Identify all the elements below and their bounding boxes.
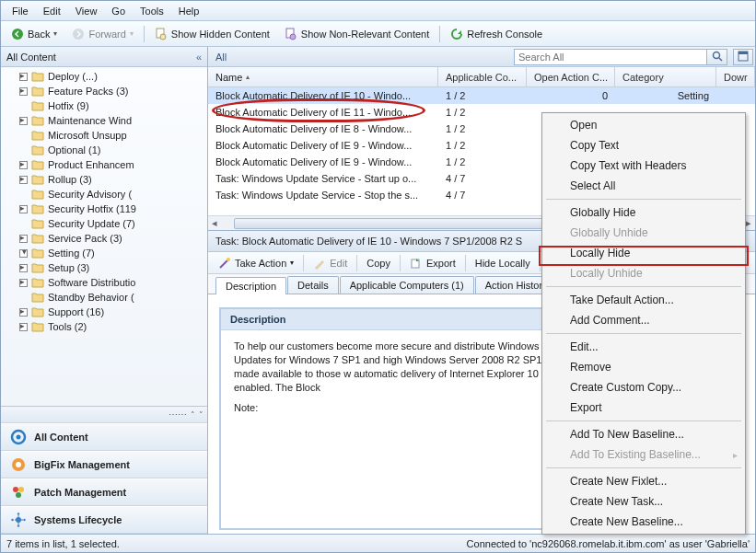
col-download[interactable]: Dowr xyxy=(716,67,755,86)
ctx-create-new-fixlet[interactable]: Create New Fixlet... xyxy=(544,471,743,491)
menu-file[interactable]: File xyxy=(5,4,36,18)
expander-icon[interactable] xyxy=(19,161,28,169)
nav-patch[interactable]: Patch Management xyxy=(1,478,207,506)
tree-node[interactable]: Feature Packs (3) xyxy=(5,84,207,98)
dots-icon[interactable]: ⋯⋯ xyxy=(169,409,187,420)
ctx-globally-hide[interactable]: Globally Hide xyxy=(544,202,743,223)
tree-node[interactable]: Security Update (7) xyxy=(5,216,207,231)
expander-icon[interactable] xyxy=(19,294,28,302)
expander-icon[interactable] xyxy=(19,220,28,228)
expander-icon[interactable] xyxy=(19,132,28,140)
ctx-add-comment[interactable]: Add Comment... xyxy=(544,310,743,330)
expander-icon[interactable] xyxy=(19,146,28,155)
tree-node[interactable]: Hotfix (9) xyxy=(5,98,207,113)
nav-bigfix[interactable]: BigFix Management xyxy=(1,451,207,478)
col-applicable[interactable]: Applicable Co... xyxy=(438,67,527,86)
expander-icon[interactable] xyxy=(19,176,28,184)
take-action-button[interactable]: Take Action ▾ xyxy=(212,255,300,271)
forward-button[interactable]: Forward ▾ xyxy=(65,25,139,43)
cell-applicable: 1 / 2 xyxy=(438,140,527,151)
tab-details[interactable]: Details xyxy=(287,276,339,294)
tree-node[interactable]: Maintenance Wind xyxy=(5,113,207,128)
expander-icon[interactable] xyxy=(19,249,28,258)
maximize-pane-button[interactable] xyxy=(733,49,753,65)
expander-icon[interactable] xyxy=(19,205,28,213)
expander-icon[interactable] xyxy=(19,117,28,125)
scroll-left-icon[interactable]: ◂ xyxy=(208,217,221,230)
ctx-copy-text-with-headers[interactable]: Copy Text with Headers xyxy=(544,156,743,176)
expander-icon[interactable] xyxy=(19,308,28,317)
ctx-take-default-action[interactable]: Take Default Action... xyxy=(544,290,743,310)
folder-icon xyxy=(31,261,44,274)
tree-label: Deploy (...) xyxy=(48,71,98,82)
nav-all[interactable]: All Content xyxy=(1,423,207,451)
expander-icon[interactable] xyxy=(19,73,28,81)
tree-node[interactable]: Software Distributio xyxy=(5,275,207,290)
expander-icon[interactable] xyxy=(19,235,28,243)
cell-applicable: 4 / 7 xyxy=(438,190,527,201)
ctx-copy-text[interactable]: Copy Text xyxy=(544,135,743,156)
expander-icon[interactable] xyxy=(19,190,28,199)
tree-node[interactable]: Product Enhancem xyxy=(5,157,207,172)
menu-help[interactable]: Help xyxy=(171,4,207,18)
nav-lifecy[interactable]: Systems Lifecycle xyxy=(1,506,207,534)
expander-icon[interactable] xyxy=(19,102,28,110)
edit-button[interactable]: Edit xyxy=(307,255,354,271)
menu-tools[interactable]: Tools xyxy=(133,4,171,18)
all-icon xyxy=(10,429,27,445)
export-button[interactable]: Export xyxy=(403,255,462,271)
show-hidden-button[interactable]: Show Hidden Content xyxy=(148,25,276,43)
menu-go[interactable]: Go xyxy=(104,4,133,18)
expander-icon[interactable] xyxy=(19,264,28,272)
ctx-remove[interactable]: Remove xyxy=(544,357,743,377)
export-icon xyxy=(410,257,423,270)
ctx-select-all[interactable]: Select All xyxy=(544,176,743,196)
nav-label: All Content xyxy=(34,432,88,443)
search-input[interactable] xyxy=(514,49,707,65)
col-category[interactable]: Category xyxy=(615,67,716,86)
tree-node[interactable]: Deploy (...) xyxy=(5,69,207,84)
tree-node[interactable]: Optional (1) xyxy=(5,143,207,157)
col-open-action[interactable]: Open Action C... xyxy=(527,67,615,86)
menu-view[interactable]: View xyxy=(68,4,105,18)
search-button[interactable] xyxy=(707,49,727,65)
ctx-create-new-baseline[interactable]: Create New Baseline... xyxy=(544,512,743,532)
tab-applicable-computers[interactable]: Applicable Computers (1) xyxy=(340,276,474,294)
hide-locally-button[interactable]: Hide Locally xyxy=(469,256,537,271)
tree-node[interactable]: Tools (2) xyxy=(5,319,207,334)
menu-edit[interactable]: Edit xyxy=(36,4,68,18)
tree-node[interactable]: Security Hotfix (119 xyxy=(5,202,207,216)
table-row[interactable]: Block Automatic Delivery of IE 10 - Wind… xyxy=(208,87,755,104)
col-name[interactable]: Name▴ xyxy=(208,67,438,86)
ctx-open[interactable]: Open xyxy=(544,115,743,135)
tree-node[interactable]: Standby Behavior ( xyxy=(5,290,207,305)
tree-node[interactable]: Support (16) xyxy=(5,305,207,319)
tab-description[interactable]: Description xyxy=(215,277,286,294)
collapse-icon[interactable]: « xyxy=(196,52,202,63)
tree-node[interactable]: Security Advisory ( xyxy=(5,187,207,202)
tree-node[interactable]: Microsoft Unsupp xyxy=(5,128,207,143)
tree-node[interactable]: Setting (7) xyxy=(5,246,207,260)
chevron-down-icon[interactable]: ˅ xyxy=(199,410,204,420)
ctx-add-to-new-baseline[interactable]: Add To New Baseline... xyxy=(544,424,743,444)
context-menu[interactable]: OpenCopy TextCopy Text with HeadersSelec… xyxy=(541,112,746,535)
tree-node[interactable]: Service Pack (3) xyxy=(5,231,207,246)
ctx-edit[interactable]: Edit... xyxy=(544,337,743,357)
expander-icon[interactable] xyxy=(19,87,28,96)
folder-icon xyxy=(31,99,44,112)
cell-name: Block Automatic Delivery of IE 11 - Wind… xyxy=(208,107,438,118)
tree[interactable]: Deploy (...)Feature Packs (3)Hotfix (9)M… xyxy=(1,67,207,406)
refresh-button[interactable]: Refresh Console xyxy=(444,25,549,43)
tree-node[interactable]: Rollup (3) xyxy=(5,172,207,187)
back-button[interactable]: Back ▾ xyxy=(5,25,64,43)
chevron-up-icon[interactable]: ˄ xyxy=(191,410,195,420)
copy-button[interactable]: Copy xyxy=(360,256,397,271)
ctx-export[interactable]: Export xyxy=(544,397,743,418)
show-nonrelevant-button[interactable]: Show Non-Relevant Content xyxy=(278,25,436,43)
ctx-create-custom-copy[interactable]: Create Custom Copy... xyxy=(544,377,743,397)
ctx-create-new-task[interactable]: Create New Task... xyxy=(544,491,743,512)
expander-icon[interactable] xyxy=(19,279,28,287)
tree-node[interactable]: Setup (3) xyxy=(5,260,207,275)
expander-icon[interactable] xyxy=(19,323,28,331)
ctx-locally-hide[interactable]: Locally Hide xyxy=(544,243,743,263)
